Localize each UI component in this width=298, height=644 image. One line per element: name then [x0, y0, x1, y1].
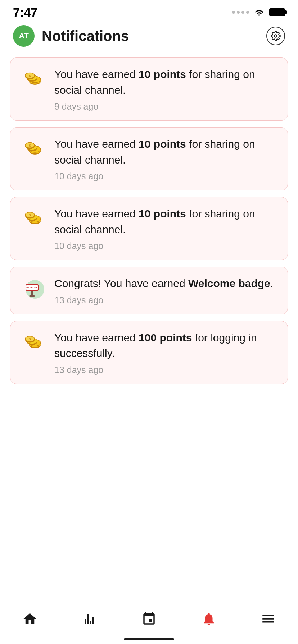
nav-item-notifications[interactable]	[179, 611, 239, 626]
svg-text:WELCOME: WELCOME	[26, 286, 37, 289]
notification-timestamp: 13 days ago	[54, 365, 277, 375]
notification-text: You have earned 10 points for sharing on…	[54, 206, 277, 237]
svg-text:$: $	[29, 337, 31, 341]
page-title: Notifications	[42, 28, 129, 44]
notification-item[interactable]: WELCOME Congrats! You have earned Welcom…	[10, 267, 288, 314]
home-icon	[22, 611, 37, 626]
notification-content: You have earned 10 points for sharing on…	[54, 136, 277, 181]
wifi-icon	[253, 8, 265, 17]
svg-rect-38	[31, 291, 33, 296]
bell-icon	[201, 611, 216, 626]
svg-text:$: $	[29, 144, 31, 147]
coins-icon: $	[21, 66, 46, 92]
header: AT Notifications	[0, 22, 298, 54]
coins-icon: $	[21, 136, 46, 162]
status-icons	[232, 8, 285, 17]
svg-text:$: $	[29, 213, 31, 217]
notification-item[interactable]: $ You have earned 10 points for sharing …	[10, 127, 288, 190]
menu-icon	[261, 611, 276, 626]
battery-icon	[269, 8, 285, 16]
home-indicator	[124, 638, 174, 640]
notification-text: You have earned 10 points for sharing on…	[54, 66, 277, 98]
notification-text: You have earned 10 points for sharing on…	[54, 136, 277, 167]
svg-text:$: $	[29, 74, 31, 78]
svg-rect-39	[29, 295, 35, 297]
notification-item[interactable]: $ You have earned 100 points for logging…	[10, 321, 288, 384]
notification-item[interactable]: $ You have earned 10 points for sharing …	[10, 58, 288, 121]
avatar: AT	[13, 25, 35, 47]
notification-item[interactable]: $ You have earned 10 points for sharing …	[10, 197, 288, 260]
settings-button[interactable]	[266, 27, 285, 45]
nav-item-menu[interactable]	[238, 611, 298, 626]
notification-content: You have earned 10 points for sharing on…	[54, 206, 277, 251]
nav-item-calendar[interactable]	[119, 611, 179, 626]
stats-icon	[82, 611, 97, 626]
welcome-badge-icon: WELCOME	[21, 276, 46, 302]
notification-content: Congrats! You have earned Welcome badge.…	[54, 276, 277, 305]
notification-content: You have earned 100 points for logging i…	[54, 330, 277, 375]
signal-icon	[232, 11, 249, 14]
status-time: 7:47	[13, 5, 37, 19]
notification-text: You have earned 100 points for logging i…	[54, 330, 277, 361]
notification-text: Congrats! You have earned Welcome badge.	[54, 276, 277, 291]
calendar-icon	[141, 611, 157, 626]
notification-timestamp: 10 days ago	[54, 171, 277, 181]
notification-timestamp: 9 days ago	[54, 101, 277, 112]
notifications-list: $ You have earned 10 points for sharing …	[0, 54, 298, 388]
notification-content: You have earned 10 points for sharing on…	[54, 66, 277, 112]
notification-timestamp: 13 days ago	[54, 295, 277, 305]
status-bar: 7:47	[0, 0, 298, 22]
bottom-navigation	[0, 601, 298, 644]
nav-item-stats[interactable]	[60, 611, 119, 626]
header-left: AT Notifications	[13, 25, 129, 47]
notification-timestamp: 10 days ago	[54, 241, 277, 251]
gear-icon	[271, 31, 281, 41]
coins-icon: $	[21, 206, 46, 232]
nav-item-home[interactable]	[0, 611, 60, 626]
svg-point-0	[275, 35, 277, 37]
coins-icon: $	[21, 330, 46, 356]
